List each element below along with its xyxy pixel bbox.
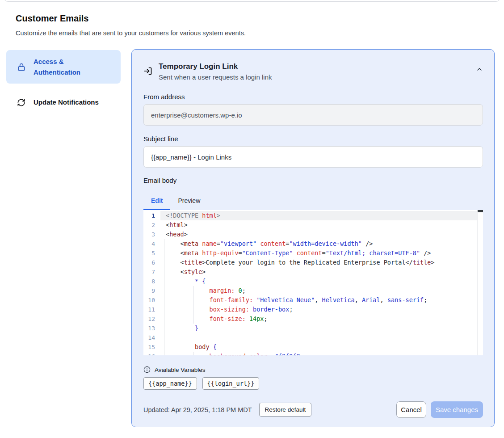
code-text: <head> bbox=[160, 230, 483, 239]
code-text: <title>Complete your login to the Replic… bbox=[160, 258, 483, 267]
page-title: Customer Emails bbox=[16, 13, 88, 24]
code-editor[interactable]: 1<!DOCTYPE html>2<html>3<head>4 <meta na… bbox=[143, 210, 483, 355]
line-number: 2 bbox=[143, 220, 160, 230]
from-address-label: From address bbox=[143, 93, 483, 101]
line-number: 5 bbox=[143, 248, 160, 258]
code-line[interactable]: 5 <meta http-equiv="Content-Type" conten… bbox=[143, 248, 483, 258]
code-text: <meta name="viewport" content="width=dev… bbox=[160, 239, 483, 248]
sidebar: Access & Authentication Update Notificat… bbox=[6, 50, 121, 113]
line-number: 10 bbox=[143, 295, 160, 305]
line-number: 4 bbox=[143, 239, 160, 248]
line-number: 16 bbox=[143, 352, 160, 355]
line-number: 7 bbox=[143, 267, 160, 277]
code-text: box-sizing: border-box; bbox=[160, 305, 483, 314]
line-number: 3 bbox=[143, 230, 160, 239]
sidebar-item-label: Access & Authentication bbox=[34, 56, 92, 78]
email-settings-card: Temporary Login Link Sent when a user re… bbox=[131, 49, 495, 427]
log-in-icon bbox=[143, 67, 152, 77]
code-text: font-size: 14px; bbox=[160, 314, 483, 324]
variable-chip-app-name[interactable]: {{app_name}} bbox=[143, 377, 197, 390]
code-line[interactable]: 8 * { bbox=[143, 277, 483, 286]
available-variables-row: Available Variables bbox=[143, 366, 483, 373]
code-text bbox=[160, 333, 483, 342]
available-variables-label: Available Variables bbox=[155, 366, 206, 373]
email-body-label: Email body bbox=[143, 177, 483, 184]
code-line[interactable]: 15 body { bbox=[143, 342, 483, 352]
code-line[interactable]: 3<head> bbox=[143, 230, 483, 239]
line-number: 6 bbox=[143, 258, 160, 267]
lock-icon bbox=[17, 63, 26, 72]
code-line[interactable]: 11 box-sizing: border-box; bbox=[143, 305, 483, 314]
card-footer: Updated: Apr 29, 2025, 1:18 PM MDT Resto… bbox=[143, 401, 483, 418]
code-text: } bbox=[160, 324, 483, 333]
editor-tabs: Edit Preview bbox=[143, 192, 483, 210]
subject-line-label: Subject line bbox=[143, 135, 483, 143]
sidebar-item-access-authentication[interactable]: Access & Authentication bbox=[6, 50, 121, 84]
page-subtitle: Customize the emails that are sent to yo… bbox=[16, 29, 246, 37]
sidebar-item-label: Update Notifications bbox=[34, 97, 99, 108]
previous-card-bottom-edge bbox=[4, 0, 500, 2]
updated-timestamp: Updated: Apr 29, 2025, 1:18 PM MDT bbox=[143, 406, 252, 413]
variable-chips: {{app_name}} {{login_url}} bbox=[143, 377, 483, 390]
code-text: <style> bbox=[160, 267, 483, 277]
code-text: margin: 0; bbox=[160, 286, 483, 295]
tab-edit[interactable]: Edit bbox=[143, 192, 170, 210]
line-number: 15 bbox=[143, 342, 160, 352]
cancel-button[interactable]: Cancel bbox=[396, 401, 426, 418]
line-number: 14 bbox=[143, 333, 160, 342]
code-line[interactable]: 4 <meta name="viewport" content="width=d… bbox=[143, 239, 483, 248]
restore-default-button[interactable]: Restore default bbox=[259, 403, 312, 417]
code-line[interactable]: 14 bbox=[143, 333, 483, 342]
line-number: 11 bbox=[143, 305, 160, 314]
code-line[interactable]: 7 <style> bbox=[143, 267, 483, 277]
line-number: 8 bbox=[143, 277, 160, 286]
code-line[interactable]: 1<!DOCTYPE html> bbox=[143, 211, 483, 220]
code-line[interactable]: 12 font-size: 14px; bbox=[143, 314, 483, 324]
refresh-icon bbox=[17, 98, 26, 107]
subject-line-input[interactable]: {{app_name}} - Login Links bbox=[143, 146, 483, 168]
code-text: <html> bbox=[160, 220, 483, 230]
line-number: 9 bbox=[143, 286, 160, 295]
line-number: 13 bbox=[143, 324, 160, 333]
code-line[interactable]: 2<html> bbox=[143, 220, 483, 230]
tab-preview[interactable]: Preview bbox=[170, 192, 208, 210]
chevron-up-icon[interactable] bbox=[476, 66, 483, 75]
card-subtitle: Sent when a user requests a login link bbox=[159, 73, 476, 81]
code-text: * { bbox=[160, 277, 483, 286]
save-changes-button[interactable]: Save changes bbox=[431, 401, 483, 418]
from-address-input[interactable]: enterprise@customers.wp-e.io bbox=[143, 104, 483, 126]
code-text: body { bbox=[160, 342, 483, 352]
code-line[interactable]: 10 font-family: "Helvetica Neue", Helvet… bbox=[143, 295, 483, 305]
card-header: Temporary Login Link Sent when a user re… bbox=[143, 62, 483, 81]
code-line[interactable]: 6 <title>Complete your login to the Repl… bbox=[143, 258, 483, 267]
editor-scrollbar[interactable] bbox=[477, 210, 483, 355]
code-line[interactable]: 16 background-color: #f9f9f9; bbox=[143, 352, 483, 355]
line-number: 12 bbox=[143, 314, 160, 324]
code-text: background-color: #f9f9f9; bbox=[160, 352, 483, 355]
line-number: 1 bbox=[143, 211, 160, 220]
code-line[interactable]: 9 margin: 0; bbox=[143, 286, 483, 295]
info-icon bbox=[143, 366, 151, 373]
sidebar-item-update-notifications[interactable]: Update Notifications bbox=[6, 92, 121, 113]
variable-chip-login-url[interactable]: {{login_url}} bbox=[202, 377, 260, 390]
code-text: <!DOCTYPE html> bbox=[160, 211, 477, 220]
editor-scrollbar-thumb[interactable] bbox=[478, 210, 483, 212]
code-text: font-family: "Helvetica Neue", Helvetica… bbox=[160, 295, 483, 305]
card-title: Temporary Login Link bbox=[159, 62, 476, 71]
code-text: <meta http-equiv="Content-Type" content=… bbox=[160, 248, 483, 258]
code-line[interactable]: 13 } bbox=[143, 324, 483, 333]
